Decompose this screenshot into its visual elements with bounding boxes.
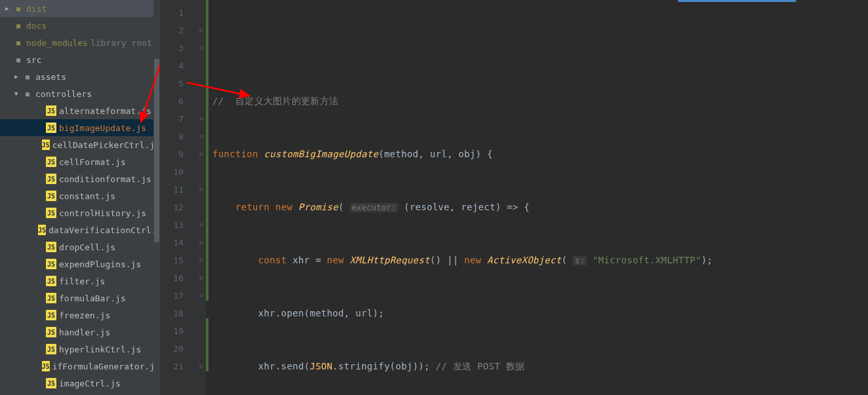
js-file-icon: JS: [46, 344, 56, 354]
fold-toggle[interactable]: ⊟: [197, 39, 206, 57]
tree-item-node_modules[interactable]: ■node_moduleslibrary root: [0, 34, 160, 51]
fold-toggle[interactable]: ⊟: [197, 252, 206, 269]
line-number: 6: [161, 92, 197, 110]
tree-item-cellDatePickerCtrl-js[interactable]: JScellDatePickerCtrl.js: [0, 136, 160, 153]
code-text: xhr.send(: [258, 361, 310, 371]
tree-item-handler-js[interactable]: JShandler.js: [0, 324, 160, 341]
fold-toggle[interactable]: ⊟: [197, 287, 206, 305]
tree-item-cellFormat-js[interactable]: JScellFormat.js: [0, 153, 160, 170]
code-text: new: [275, 202, 292, 212]
js-file-icon: JS: [46, 157, 56, 167]
tree-item-dataVerificationCtrl-js[interactable]: JSdataVerificationCtrl.js: [0, 221, 160, 238]
chevron-icon[interactable]: ▶: [5, 5, 13, 12]
code-text: "Microsoft.XMLHTTP": [593, 255, 701, 265]
param-hint: executor:: [350, 203, 399, 212]
js-file-icon: JS: [46, 293, 56, 303]
fold-toggle[interactable]: ⊟: [197, 181, 206, 198]
fold-toggle[interactable]: ⊟: [197, 269, 206, 287]
tree-item-formulaBar-js[interactable]: JSformulaBar.js: [0, 290, 160, 307]
tree-item-alternateformat-js[interactable]: JSalternateformat.js: [0, 102, 160, 119]
tree-item-label: filter.js: [59, 276, 105, 286]
tree-item-label: src: [26, 55, 41, 65]
sidebar-scrollbar-thumb[interactable]: [154, 59, 159, 242]
fold-toggle[interactable]: [197, 322, 206, 340]
tree-item-imageCtrl-js[interactable]: JSimageCtrl.js: [0, 375, 160, 392]
fold-toggle[interactable]: [197, 92, 206, 110]
tree-item-label: dataVerificationCtrl.js: [49, 225, 161, 235]
code-editor[interactable]: 123456789101112131415161718192021 ⊟⊟⊟⊟⊟⊟…: [161, 0, 868, 395]
tree-item-controlHistory-js[interactable]: JScontrolHistory.js: [0, 204, 160, 221]
fold-toggle[interactable]: [197, 198, 206, 216]
code-text: customBigImageUpdate: [264, 149, 379, 159]
tree-item-conditionformat-js[interactable]: JSconditionformat.js: [0, 170, 160, 187]
tree-item-label: bigImageUpdate.js: [59, 123, 146, 133]
line-number: 21: [161, 358, 197, 375]
tree-item-label: assets: [35, 72, 66, 82]
tree-item-label: alternateformat.js: [59, 106, 151, 116]
tree-item-label: cellDatePickerCtrl.js: [52, 140, 160, 150]
tree-item-constant-js[interactable]: JSconstant.js: [0, 187, 160, 204]
tree-item-dist[interactable]: ▶■dist: [0, 0, 160, 17]
folder-icon: ■: [22, 71, 33, 82]
fold-toggle[interactable]: ⊟: [197, 216, 206, 234]
code-text: ActiveXObject: [487, 255, 561, 265]
tree-item-docs[interactable]: ■docs: [0, 17, 160, 34]
code-text: return: [235, 202, 269, 212]
line-number: 7: [161, 110, 197, 128]
line-number: 10: [161, 163, 197, 181]
fold-toggle[interactable]: [197, 75, 206, 92]
tree-item-bigImageUpdate-js[interactable]: JSbigImageUpdate.js: [0, 119, 160, 136]
fold-toggle[interactable]: [197, 163, 206, 181]
fold-toggle[interactable]: ⊟: [197, 22, 206, 39]
tree-item-label: dropCell.js: [59, 242, 115, 252]
tree-item-src[interactable]: ■src: [0, 51, 160, 68]
line-number: 20: [161, 340, 197, 358]
fold-toggle[interactable]: ⊟: [197, 234, 206, 252]
tree-item-freezen-js[interactable]: JSfreezen.js: [0, 307, 160, 324]
fold-toggle[interactable]: ⊟: [197, 110, 206, 128]
js-file-icon: JS: [46, 208, 56, 218]
tree-item-label: hyperlinkCtrl.js: [59, 345, 141, 354]
folder-icon: ■: [13, 54, 24, 65]
line-number: 19: [161, 322, 197, 340]
fold-toggle[interactable]: [197, 57, 206, 75]
tree-item-label: docs: [26, 21, 47, 31]
code-area[interactable]: // 自定义大图片的更新方法 function customBigImageUp…: [206, 0, 868, 395]
code-text: xhr.open(method, url);: [258, 308, 384, 318]
chevron-icon[interactable]: ▶: [14, 73, 22, 80]
tree-item-assets[interactable]: ▶■assets: [0, 68, 160, 85]
line-number: 17: [161, 287, 197, 305]
code-text: Promise: [298, 202, 338, 212]
tree-item-filter-js[interactable]: JSfilter.js: [0, 273, 160, 290]
tree-item-label: formulaBar.js: [59, 293, 126, 303]
fold-toggle[interactable]: ⊟: [197, 358, 206, 375]
tree-item-expendPlugins-js[interactable]: JSexpendPlugins.js: [0, 255, 160, 273]
code-text: new: [327, 255, 344, 265]
tree-item-inlineString-js[interactable]: JSinlineString.js: [0, 392, 160, 395]
code-text: // 发送 POST 数据: [435, 361, 524, 371]
chevron-icon[interactable]: ▼: [14, 90, 22, 97]
tree-item-hyperlinkCtrl-js[interactable]: JShyperlinkCtrl.js: [0, 341, 160, 358]
tree-item-label: conditionformat.js: [59, 174, 151, 184]
tree-item-controllers[interactable]: ▼■controllers: [0, 85, 160, 102]
sidebar-scrollbar[interactable]: [153, 0, 160, 395]
fold-toggle[interactable]: ⊟: [197, 145, 206, 163]
fold-gutter[interactable]: ⊟⊟⊟⊟⊟⊟⊟⊟⊟⊟⊟⊟: [197, 0, 206, 395]
line-number: 12: [161, 198, 197, 216]
js-file-icon: JS: [42, 140, 50, 150]
file-tree-sidebar[interactable]: ▶■dist■docs■node_moduleslibrary root■src…: [0, 0, 161, 395]
tree-item-dropCell-js[interactable]: JSdropCell.js: [0, 238, 160, 255]
line-number: 5: [161, 75, 197, 92]
line-number: 8: [161, 128, 197, 145]
fold-toggle[interactable]: [197, 340, 206, 358]
line-number: 9: [161, 145, 197, 163]
fold-toggle[interactable]: [197, 305, 206, 322]
code-text: () ||: [430, 255, 464, 265]
vcs-change-bar: [206, 318, 208, 371]
fold-toggle[interactable]: [197, 4, 206, 22]
tree-item-ifFormulaGenerator-js[interactable]: JSifFormulaGenerator.js: [0, 358, 160, 375]
code-text: // 自定义大图片的更新方法: [212, 96, 338, 106]
tree-item-sublabel: library root: [90, 38, 152, 48]
fold-toggle[interactable]: ⊟: [197, 128, 206, 145]
line-number: 1: [161, 4, 197, 22]
